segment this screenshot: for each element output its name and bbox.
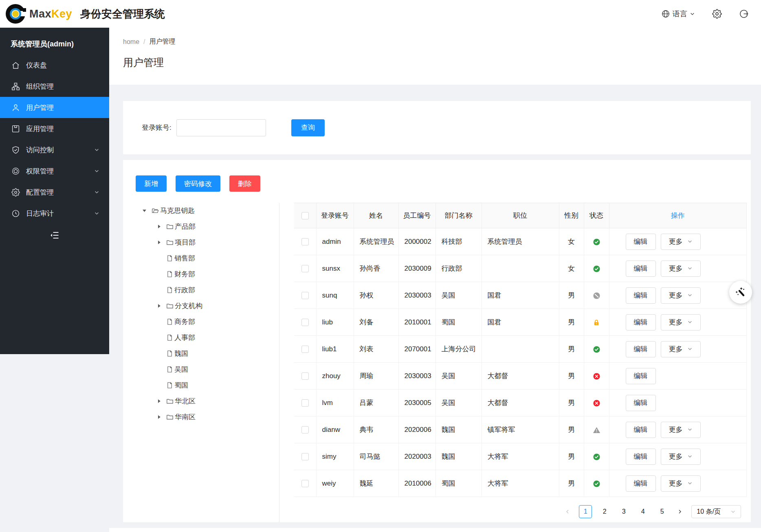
sidebar-item-access-control[interactable]: 访问控制 xyxy=(0,139,109,160)
tree-item[interactable]: 人事部 xyxy=(141,330,279,346)
change-password-button[interactable]: 密码修改 xyxy=(176,175,220,192)
sidebar-item-audit[interactable]: 日志审计 xyxy=(0,203,109,224)
cell-status xyxy=(584,228,609,255)
edit-button[interactable]: 编辑 xyxy=(626,449,656,465)
edit-button[interactable]: 编辑 xyxy=(626,287,656,304)
more-button[interactable]: 更多 xyxy=(661,261,701,277)
language-menu[interactable]: 语言 xyxy=(661,9,695,19)
tree-item[interactable]: 马克思钥匙 xyxy=(141,203,279,219)
tree-item[interactable]: 销售部 xyxy=(141,250,279,266)
tree-item[interactable]: 魏国 xyxy=(141,346,279,361)
more-button[interactable]: 更多 xyxy=(661,341,701,357)
caret-right-icon[interactable] xyxy=(156,224,162,229)
edit-button[interactable]: 编辑 xyxy=(626,395,656,411)
breadcrumb-home-link[interactable]: home xyxy=(123,38,139,46)
edit-button[interactable]: 编辑 xyxy=(626,341,656,357)
row-checkbox[interactable] xyxy=(301,265,309,272)
cell-account: sunq xyxy=(316,282,354,309)
row-checkbox[interactable] xyxy=(301,399,309,407)
file-icon xyxy=(166,382,173,389)
edit-button[interactable]: 编辑 xyxy=(626,422,656,438)
column-header-name: 姓名 xyxy=(354,203,398,228)
caret-right-icon[interactable] xyxy=(156,304,162,308)
tree-item[interactable]: 行政部 xyxy=(141,282,279,298)
caret-right-icon[interactable] xyxy=(156,415,162,419)
row-checkbox[interactable] xyxy=(301,292,309,299)
more-button[interactable]: 更多 xyxy=(661,234,701,250)
delete-button[interactable]: 删除 xyxy=(229,175,260,192)
tree-item[interactable]: 华北区 xyxy=(141,393,279,409)
more-button[interactable]: 更多 xyxy=(661,449,701,465)
edit-button[interactable]: 编辑 xyxy=(626,261,656,277)
more-button[interactable]: 更多 xyxy=(661,287,701,304)
page-size-select[interactable]: 10 条/页 xyxy=(691,505,741,518)
caret-right-icon[interactable] xyxy=(156,399,162,403)
page-button-4[interactable]: 4 xyxy=(636,505,649,518)
prev-page-button[interactable] xyxy=(562,505,573,518)
cell-gender: 男 xyxy=(559,282,584,309)
sidebar-item-label: 应用管理 xyxy=(26,124,54,134)
tree-item-label: 产品部 xyxy=(175,222,196,231)
row-checkbox[interactable] xyxy=(301,480,309,487)
login-account-input[interactable] xyxy=(176,119,266,136)
table-row: admin系统管理员2000002科技部系统管理员女编辑更多 xyxy=(294,228,747,255)
edit-button[interactable]: 编辑 xyxy=(626,234,656,250)
more-button[interactable]: 更多 xyxy=(661,475,701,492)
query-button[interactable]: 查询 xyxy=(291,119,325,136)
row-checkbox[interactable] xyxy=(301,238,309,245)
page-button-1[interactable]: 1 xyxy=(579,505,592,518)
collapse-sidebar-icon[interactable] xyxy=(50,230,59,240)
row-checkbox[interactable] xyxy=(301,453,309,460)
tree-item[interactable]: 分支机构 xyxy=(141,298,279,314)
tree-item[interactable]: 财务部 xyxy=(141,266,279,282)
sidebar-item-dashboard[interactable]: 仪表盘 xyxy=(0,55,109,76)
row-checkbox[interactable] xyxy=(301,372,309,380)
edit-button[interactable]: 编辑 xyxy=(626,368,656,384)
tree-item[interactable]: 商务部 xyxy=(141,314,279,330)
tree-item[interactable]: 项目部 xyxy=(141,234,279,250)
column-header-position: 职位 xyxy=(482,203,559,228)
sidebar-item-organizations[interactable]: 组织管理 xyxy=(0,76,109,97)
cell-account: dianw xyxy=(316,416,354,443)
caret-down-icon[interactable] xyxy=(141,208,147,213)
sidebar-item-users[interactable]: 用户管理 xyxy=(0,97,109,118)
page-button-5[interactable]: 5 xyxy=(655,505,669,518)
user-table-body: admin系统管理员2000002科技部系统管理员女编辑更多sunsx孙尚香20… xyxy=(294,228,747,497)
sidebar-item-permissions[interactable]: 权限管理 xyxy=(0,160,109,182)
table-row: dianw典韦2020006魏国镇军将军男编辑更多 xyxy=(294,416,747,443)
sidebar-item-configuration[interactable]: 配置管理 xyxy=(0,182,109,203)
row-checkbox[interactable] xyxy=(301,319,309,326)
cell-gender: 男 xyxy=(559,443,584,470)
tree-item[interactable]: 产品部 xyxy=(141,219,279,234)
cell-name: 典韦 xyxy=(354,416,398,443)
row-checkbox[interactable] xyxy=(301,426,309,433)
logout-icon[interactable] xyxy=(739,9,749,19)
magic-wand-button[interactable] xyxy=(729,281,752,304)
sidebar-item-label: 权限管理 xyxy=(26,166,54,176)
page-button-3[interactable]: 3 xyxy=(617,505,630,518)
edit-button[interactable]: 编辑 xyxy=(626,314,656,331)
next-page-button[interactable] xyxy=(675,505,685,518)
breadcrumb: home / 用户管理 xyxy=(123,37,761,46)
cluster-icon xyxy=(11,82,20,91)
more-button[interactable]: 更多 xyxy=(661,314,701,331)
chevron-down-icon xyxy=(94,147,99,153)
caret-right-icon[interactable] xyxy=(156,240,162,245)
sidebar-item-applications[interactable]: 应用管理 xyxy=(0,118,109,139)
page-button-2[interactable]: 2 xyxy=(598,505,611,518)
app-title: 身份安全管理系统 xyxy=(80,7,165,21)
tree-item-label: 马克思钥匙 xyxy=(160,206,195,215)
gem-icon xyxy=(11,167,20,175)
settings-gear-icon[interactable] xyxy=(712,9,722,19)
tree-item[interactable]: 吴国 xyxy=(141,361,279,377)
add-button[interactable]: 新增 xyxy=(136,175,167,192)
globe-icon xyxy=(661,9,670,18)
select-all-checkbox[interactable] xyxy=(301,212,309,219)
tree-item[interactable]: 华南区 xyxy=(141,409,279,425)
more-button[interactable]: 更多 xyxy=(661,422,701,438)
chevron-down-icon xyxy=(94,169,99,174)
tree-item[interactable]: 蜀国 xyxy=(141,377,279,393)
edit-button[interactable]: 编辑 xyxy=(626,475,656,492)
cell-employee-no: 2030003 xyxy=(398,363,435,390)
row-checkbox[interactable] xyxy=(301,346,309,353)
